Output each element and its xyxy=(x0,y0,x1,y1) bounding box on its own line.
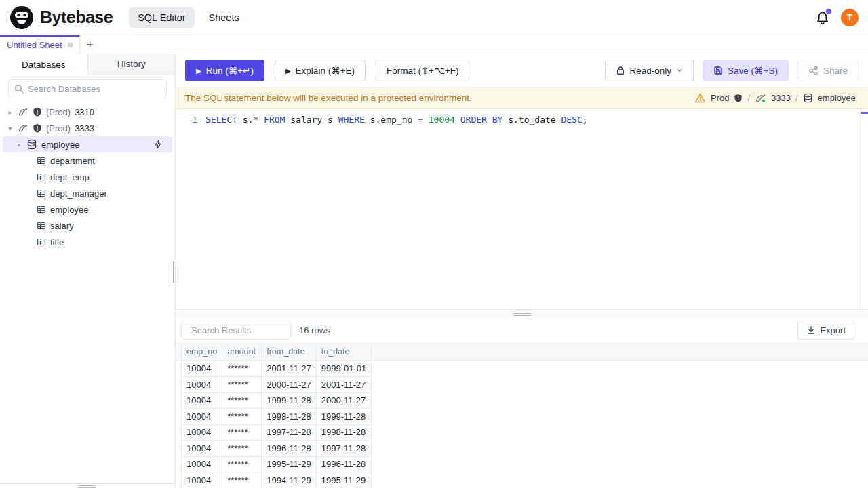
cell-to_date: 2001-11-27 xyxy=(316,377,372,393)
brand-wordmark: Bytebase xyxy=(40,7,113,27)
tab-history[interactable]: History xyxy=(88,54,176,75)
sql-token-keyword: DESC xyxy=(561,115,582,125)
save-button[interactable]: Save (⌘+S) xyxy=(703,60,789,81)
sidebar-bottom-divider xyxy=(0,483,175,484)
line-number: 1 xyxy=(176,113,205,126)
sql-token-plain: salary s xyxy=(285,115,338,125)
sql-editor[interactable]: 1 SELECT s.* FROM salary s WHERE s.emp_n… xyxy=(176,109,868,309)
tree-item-table-dept_emp[interactable]: dept_emp xyxy=(0,169,175,185)
notifications-button[interactable] xyxy=(815,10,830,25)
cell-to_date: 9999-01-01 xyxy=(316,361,372,377)
sheet-tab-strip: Untitled Sheet + xyxy=(0,35,868,54)
table-row: 10004******1997-11-281998-11-28 xyxy=(182,424,372,441)
editor-overview-ruler[interactable] xyxy=(860,109,868,309)
table-row: 10004******2000-11-272001-11-27 xyxy=(182,377,372,393)
instance-name: 3333 xyxy=(75,123,94,134)
sheet-tab-untitled[interactable]: Untitled Sheet xyxy=(0,35,80,54)
results-search-input[interactable] xyxy=(191,325,311,336)
chevron-down-icon xyxy=(676,67,683,74)
editor-pane: ▶ Run (⌘+↵) ▶ Explain (⌘+E) Format (⇧+⌥+… xyxy=(176,54,868,488)
tree-item-database-employee[interactable]: ▾ employee xyxy=(3,136,172,152)
cell-emp_no: 10004 xyxy=(182,424,222,441)
cell-to_date: 1998-11-28 xyxy=(316,424,372,441)
sql-code-line: SELECT s.* FROM salary s WHERE s.emp_no … xyxy=(205,113,588,126)
results-panel-divider[interactable] xyxy=(176,309,868,317)
cell-amount: ****** xyxy=(222,377,262,393)
avatar[interactable]: T xyxy=(841,9,859,26)
environment-shield-icon xyxy=(33,107,42,117)
cell-from_date: 1999-11-28 xyxy=(262,392,317,409)
table-row: 10004******1995-11-291996-11-28 xyxy=(182,456,372,472)
cell-from_date: 1997-11-28 xyxy=(262,424,317,441)
explain-button[interactable]: ▶ Explain (⌘+E) xyxy=(275,60,366,81)
lightning-icon[interactable] xyxy=(153,140,163,149)
cell-emp_no: 10004 xyxy=(182,409,222,425)
search-icon xyxy=(14,84,24,94)
sidebar: Databases History ▸ xyxy=(0,54,176,488)
cell-amount: ****** xyxy=(222,424,262,441)
caret-expanded-icon: ▾ xyxy=(16,141,22,148)
play-icon: ▶ xyxy=(196,67,201,75)
export-button-label: Export xyxy=(820,325,846,336)
nav-sql-editor[interactable]: SQL Editor xyxy=(129,7,194,28)
column-header-amount[interactable]: amount xyxy=(222,343,262,361)
share-button-label: Share xyxy=(823,66,848,76)
cell-from_date: 1998-11-28 xyxy=(262,409,317,425)
table-row: 10004******1999-11-282000-11-27 xyxy=(182,392,372,409)
table-row: 10004******1998-11-281999-11-28 xyxy=(182,409,372,425)
format-button[interactable]: Format (⇧+⌥+F) xyxy=(376,60,469,81)
environment-shield-icon xyxy=(33,123,42,134)
readonly-mode-dropdown[interactable]: Read-only xyxy=(605,60,694,81)
cell-emp_no: 10004 xyxy=(182,377,222,393)
tree-item-table-title[interactable]: title xyxy=(0,234,175,250)
tab-databases[interactable]: Databases xyxy=(0,54,88,75)
tree-item-table-employee[interactable]: employee xyxy=(0,201,175,218)
tree-item-table-salary[interactable]: salary xyxy=(0,218,175,234)
caret-expanded-icon: ▾ xyxy=(7,125,14,132)
results-search-box[interactable] xyxy=(181,321,291,340)
export-button[interactable]: Export xyxy=(797,321,854,340)
database-icon xyxy=(803,93,813,103)
cell-amount: ****** xyxy=(222,456,262,472)
cell-amount: ****** xyxy=(222,392,262,409)
table-row: 10004******2001-11-279999-01-01 xyxy=(182,361,372,377)
tree-item-table-dept_manager[interactable]: dept_manager xyxy=(0,185,175,201)
cell-amount: ****** xyxy=(222,409,262,425)
database-search-box[interactable] xyxy=(8,79,167,98)
cell-emp_no: 10004 xyxy=(182,472,222,488)
bytebase-logo-icon[interactable] xyxy=(9,5,34,30)
cell-amount: ****** xyxy=(222,472,262,488)
sidebar-width-resize-handle[interactable] xyxy=(173,261,177,283)
editor-toolbar: ▶ Run (⌘+↵) ▶ Explain (⌘+E) Format (⇧+⌥+… xyxy=(176,54,868,87)
sql-token-plain: s.emp_no xyxy=(365,115,418,125)
cell-emp_no: 10004 xyxy=(182,441,222,457)
row-count: 16 rows xyxy=(299,325,330,336)
panel-resize-handle[interactable] xyxy=(513,312,531,316)
toolbar-right-group: Read-only Save (⌘+S) xyxy=(605,60,859,81)
cell-from_date: 1995-11-29 xyxy=(262,456,317,472)
sql-token-keyword: SELECT xyxy=(205,115,237,125)
table-icon xyxy=(37,172,46,182)
sidebar-resize-handle[interactable] xyxy=(78,484,96,488)
add-sheet-button[interactable]: + xyxy=(80,35,100,54)
mysql-icon xyxy=(755,93,766,103)
column-header-to_date[interactable]: to_date xyxy=(316,343,372,361)
tree-item-instance-3333[interactable]: ▾ (Prod) 3333 xyxy=(0,120,175,136)
tree-item-table-department[interactable]: department xyxy=(0,152,175,169)
connection-breadcrumb: Prod / 3333 / xyxy=(694,93,859,103)
share-button[interactable]: Share xyxy=(797,60,859,81)
nav-sheets[interactable]: Sheets xyxy=(200,7,248,28)
cell-emp_no: 10004 xyxy=(182,456,222,472)
tree-item-instance-3310[interactable]: ▸ (Prod) 3310 xyxy=(0,104,175,120)
database-search-input[interactable] xyxy=(28,84,161,94)
table-name: title xyxy=(50,237,64,247)
sql-token-keyword: FROM xyxy=(264,115,285,125)
column-header-emp_no[interactable]: emp_no xyxy=(182,343,222,361)
sql-token-plain xyxy=(455,115,460,125)
sidebar-tabs: Databases History xyxy=(0,54,175,75)
environment-shield-icon xyxy=(734,94,743,103)
env-label: (Prod) xyxy=(46,107,71,117)
run-button[interactable]: ▶ Run (⌘+↵) xyxy=(185,60,264,81)
column-header-from_date[interactable]: from_date xyxy=(262,343,317,361)
table-list: departmentdept_empdept_manageremployeesa… xyxy=(0,152,175,250)
